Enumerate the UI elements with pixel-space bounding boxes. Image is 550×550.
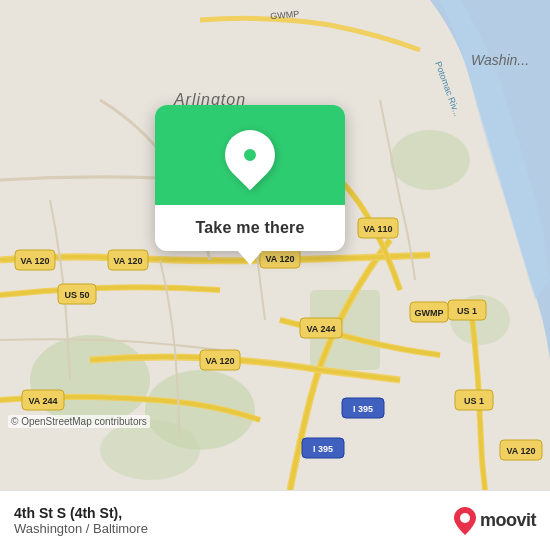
moovit-logo-text: moovit bbox=[480, 510, 536, 531]
svg-point-4 bbox=[390, 130, 470, 190]
bottom-bar: 4th St S (4th St), Washington / Baltimor… bbox=[0, 490, 550, 550]
svg-text:VA 120: VA 120 bbox=[265, 254, 294, 264]
svg-text:VA 120: VA 120 bbox=[113, 256, 142, 266]
location-pin bbox=[215, 120, 286, 191]
address-line1: 4th St S (4th St), bbox=[14, 505, 148, 521]
svg-text:VA 120: VA 120 bbox=[20, 256, 49, 266]
osm-credit: © OpenStreetMap contributors bbox=[8, 415, 150, 428]
take-me-there-button[interactable]: Take me there bbox=[195, 219, 304, 237]
svg-text:US 50: US 50 bbox=[64, 290, 89, 300]
svg-text:US 1: US 1 bbox=[464, 396, 484, 406]
svg-point-1 bbox=[30, 335, 150, 425]
moovit-pin-icon bbox=[454, 507, 476, 535]
svg-text:I 395: I 395 bbox=[313, 444, 333, 454]
svg-text:VA 120: VA 120 bbox=[506, 446, 535, 456]
svg-text:VA 120: VA 120 bbox=[205, 356, 234, 366]
svg-text:GWMP: GWMP bbox=[415, 308, 444, 318]
map-container: VA 120 VA 120 VA 120 VA 120 VA 110 US 50… bbox=[0, 0, 550, 490]
moovit-logo: moovit bbox=[454, 507, 536, 535]
pin-dot bbox=[241, 146, 259, 164]
svg-point-39 bbox=[460, 513, 470, 523]
popup-green-area bbox=[155, 105, 345, 205]
svg-text:Washin...: Washin... bbox=[471, 52, 529, 68]
bottom-address: 4th St S (4th St), Washington / Baltimor… bbox=[14, 505, 148, 536]
svg-text:VA 110: VA 110 bbox=[363, 224, 392, 234]
svg-point-6 bbox=[100, 420, 200, 480]
svg-text:I 395: I 395 bbox=[353, 404, 373, 414]
popup-card: Take me there bbox=[155, 105, 345, 251]
svg-text:VA 244: VA 244 bbox=[306, 324, 335, 334]
svg-text:VA 244: VA 244 bbox=[28, 396, 57, 406]
location-pin-inner bbox=[225, 130, 275, 180]
svg-text:US 1: US 1 bbox=[457, 306, 477, 316]
address-line2: Washington / Baltimore bbox=[14, 521, 148, 536]
